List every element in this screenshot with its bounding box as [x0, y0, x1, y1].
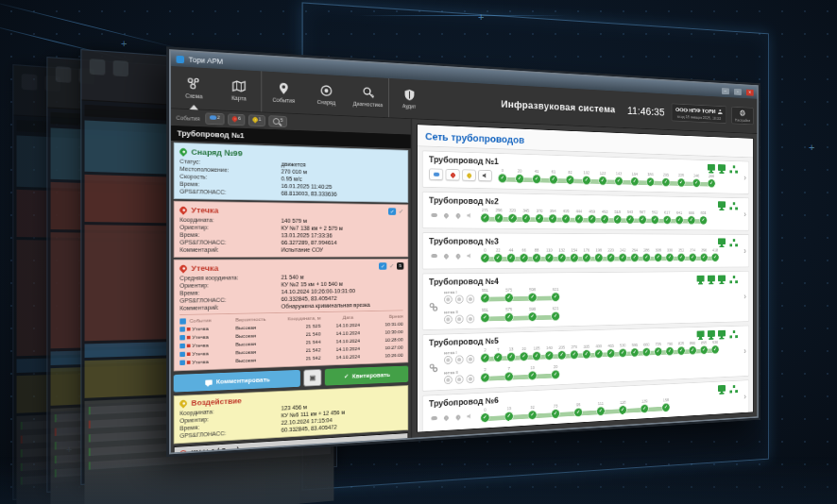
- status-circle-icon[interactable]: [444, 294, 453, 303]
- timeline-node[interactable]: 20✓: [551, 364, 560, 379]
- timeline-node[interactable]: 895✓: [700, 341, 709, 355]
- settings-button[interactable]: ⚙ Настройки: [731, 106, 753, 124]
- timeline-node[interactable]: 20✓: [520, 346, 529, 361]
- timeline-node[interactable]: 567✓: [639, 210, 647, 224]
- leak-pin-icon[interactable]: [446, 169, 460, 181]
- timeline-node[interactable]: 621✓: [551, 306, 560, 321]
- timeline-node[interactable]: 225✓: [677, 173, 686, 187]
- timeline-node[interactable]: 518✓: [613, 210, 622, 224]
- timeline-node[interactable]: 110✓: [545, 248, 555, 263]
- timeline-node[interactable]: 308✓: [654, 248, 662, 262]
- timeline-node[interactable]: 41✓: [532, 169, 541, 184]
- status-circle-icon[interactable]: [467, 294, 475, 303]
- status-circle-icon[interactable]: [455, 314, 464, 323]
- ack-check-icon[interactable]: ✓: [399, 208, 403, 214]
- timeline-node[interactable]: 0✓: [480, 248, 489, 263]
- timeline-node[interactable]: 184✓: [646, 172, 655, 186]
- timeline-node[interactable]: 20✓: [515, 168, 524, 183]
- confirm-icon[interactable]: ✓: [388, 208, 396, 215]
- leak-card-2[interactable]: Утечка ✓ ✓ 5 Средняя координата:21 540 м…: [174, 259, 409, 371]
- pig-icon[interactable]: [429, 413, 438, 424]
- timeline-node[interactable]: 266✓: [708, 174, 716, 188]
- timeline-node[interactable]: 123✓: [598, 171, 606, 186]
- timeline-node[interactable]: 666✓: [688, 210, 696, 225]
- filter-chip-pig-filter-icon[interactable]: 2: [205, 112, 224, 125]
- filter-chip-leak-filter-icon[interactable]: 6: [228, 113, 245, 126]
- checkbox-icon[interactable]: [179, 327, 185, 331]
- timeline-node[interactable]: 205✓: [557, 345, 567, 361]
- timeline-node[interactable]: 13✓: [528, 365, 538, 380]
- timeline-node[interactable]: 469✓: [588, 210, 596, 225]
- checkbox-icon[interactable]: [179, 361, 185, 365]
- timeline-node[interactable]: 444✓: [574, 209, 583, 224]
- timeline-node[interactable]: 13✓: [506, 346, 516, 361]
- timeline-node[interactable]: 598✓: [528, 307, 538, 322]
- leak-card-1[interactable]: Утечка ✓ ✓ Координата:140 579 мОриентир:…: [174, 201, 409, 258]
- pig-icon[interactable]: [429, 210, 438, 221]
- timeline-node[interactable]: 32✓: [528, 405, 538, 420]
- pig-icon[interactable]: [429, 168, 443, 180]
- timeline-node[interactable]: 264✓: [630, 248, 639, 262]
- confirm-icon[interactable]: ✓: [379, 262, 386, 270]
- timeline-node[interactable]: 691✓: [699, 210, 708, 225]
- timeline-node[interactable]: 61✓: [549, 169, 558, 184]
- timeline-node[interactable]: 246✓: [692, 174, 701, 188]
- timeline-node[interactable]: 617✓: [663, 210, 672, 225]
- timeline-node[interactable]: 2✓: [480, 367, 489, 382]
- timeline-node[interactable]: 95✓: [573, 402, 582, 417]
- timeline-node[interactable]: 370✓: [535, 209, 544, 224]
- pipeline-card[interactable]: Трубопровод №3›0✓22✓44✓66✓88✓110✓132✓154…: [422, 232, 749, 269]
- checkbox-icon[interactable]: [179, 335, 185, 340]
- impact-pin-icon[interactable]: [453, 412, 462, 422]
- chevron-right-icon[interactable]: ›: [743, 246, 746, 256]
- timeline-node[interactable]: 66✓: [520, 248, 529, 263]
- chevron-right-icon[interactable]: ›: [743, 210, 746, 219]
- timeline-node[interactable]: 286✓: [642, 248, 651, 262]
- timeline-node[interactable]: 128✓: [619, 400, 627, 415]
- timeline-node[interactable]: 2✓: [480, 347, 489, 362]
- impact-pin-icon[interactable]: [453, 210, 462, 221]
- timeline-node[interactable]: 551✓: [480, 308, 489, 323]
- status-circle-icon[interactable]: [444, 314, 453, 323]
- timeline-node[interactable]: 296✓: [494, 208, 504, 223]
- status-circle-icon[interactable]: [444, 355, 453, 363]
- toolbar-item-schema[interactable]: Схема: [171, 66, 216, 109]
- timeline-node[interactable]: 143✓: [614, 171, 623, 186]
- timeline-node[interactable]: 330✓: [666, 248, 675, 262]
- timeline-node[interactable]: 621✓: [551, 287, 560, 302]
- timeline-node[interactable]: 592✓: [651, 210, 659, 225]
- minimize-button[interactable]: ─: [722, 88, 729, 94]
- chevron-right-icon[interactable]: ›: [743, 346, 746, 356]
- pig-icon[interactable]: [429, 251, 438, 261]
- timeline-node[interactable]: 270✓: [570, 344, 578, 360]
- toolbar-item-pig[interactable]: Снаряд: [305, 74, 348, 115]
- timeline-node[interactable]: 164✓: [630, 172, 639, 186]
- ack-check-icon[interactable]: ✓: [389, 262, 395, 269]
- chevron-right-icon[interactable]: ›: [743, 392, 746, 401]
- timeline-node[interactable]: 530✓: [619, 343, 627, 358]
- timeline-node[interactable]: 111✓: [596, 401, 605, 416]
- pipeline-card[interactable]: Трубопровод №2›271✓296✓320✓345✓370✓394✓4…: [422, 192, 749, 231]
- timeline-node[interactable]: 154✓: [570, 248, 578, 263]
- expand-button[interactable]: ▣: [303, 369, 321, 387]
- pipeline-card[interactable]: Трубопровод №1›0✓20✓41✓61✓82✓102✓123✓143…: [422, 150, 749, 193]
- timeline-node[interactable]: 7✓: [504, 366, 514, 381]
- timeline-node[interactable]: 641✓: [675, 210, 684, 225]
- timeline-node[interactable]: 198✓: [594, 248, 603, 262]
- sound-icon[interactable]: [478, 170, 492, 181]
- timeline-node[interactable]: 394✓: [548, 209, 557, 224]
- timeline-node[interactable]: 88✓: [532, 248, 541, 263]
- timeline-node[interactable]: 13✓: [504, 406, 514, 421]
- timeline-node[interactable]: 220✓: [606, 248, 615, 262]
- leak-pin-icon[interactable]: [441, 251, 451, 261]
- timeline-node[interactable]: 551✓: [480, 288, 489, 303]
- timeline-node[interactable]: 132✓: [557, 248, 567, 263]
- timeline-node[interactable]: 139✓: [641, 399, 649, 414]
- status-circle-icon[interactable]: [455, 375, 464, 383]
- timeline-node[interactable]: 345✓: [521, 209, 531, 224]
- timeline-node[interactable]: 790✓: [666, 342, 675, 356]
- sound-icon[interactable]: [465, 412, 474, 422]
- timeline-node[interactable]: 320✓: [508, 208, 518, 223]
- timeline-node[interactable]: 0✓: [480, 407, 489, 423]
- timeline-node[interactable]: 271✓: [480, 208, 489, 223]
